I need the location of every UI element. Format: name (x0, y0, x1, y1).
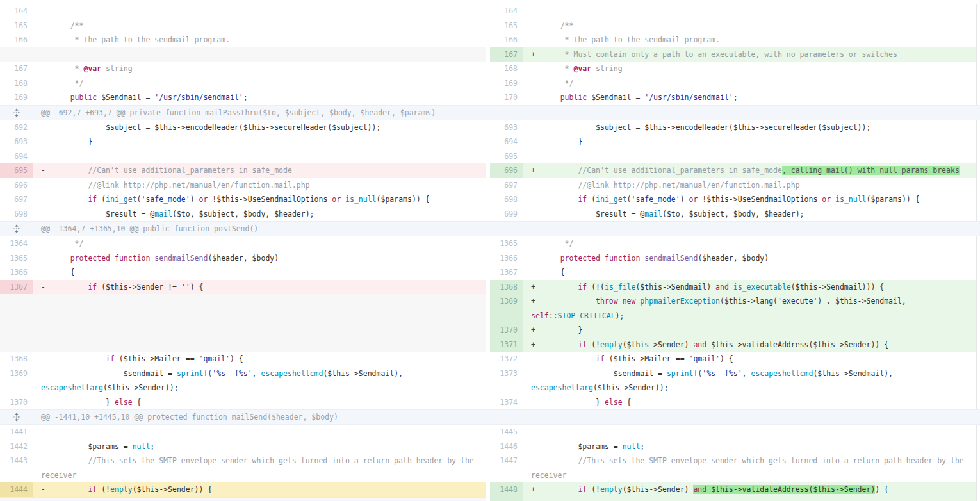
diff-line-old: 694 (0, 149, 486, 164)
line-number[interactable]: 695 (490, 149, 523, 164)
diff-marker: + (531, 482, 543, 497)
line-number[interactable]: 1370 (0, 395, 33, 410)
diff-line-old: 1366 { (0, 265, 486, 280)
code-token: $this->validateAddress($this->Sender)) { (706, 340, 888, 349)
code-token: $result = @ (53, 209, 154, 218)
line-number[interactable]: 1365 (0, 251, 33, 266)
diff-line-new: 169 */ (490, 76, 977, 91)
code-token: $Sendmail = (587, 93, 644, 102)
line-number[interactable]: 166 (0, 33, 33, 47)
line-number[interactable]: 1448 (490, 482, 523, 497)
code-token: //Can't use additional_parameters in saf… (53, 166, 292, 175)
line-number[interactable]: 1367 (490, 265, 523, 280)
line-number[interactable]: 164 (490, 4, 523, 19)
line-number[interactable]: 167 (490, 47, 523, 62)
diff-line-old: 696 //@link http://php.net/manual/en/fun… (0, 178, 486, 193)
code-token: empty (600, 485, 623, 494)
code-line (33, 338, 486, 352)
diff-line-new: 1448+ if (!empty($this->Sender) and $thi… (490, 482, 977, 497)
line-number[interactable]: 1442 (0, 439, 33, 454)
line-number[interactable]: 1368 (490, 280, 523, 295)
code-token (729, 283, 733, 292)
code-token: null (133, 442, 151, 451)
hunk-header: @@ -692,7 +693,7 @@ private function mai… (0, 105, 980, 120)
diff-line-new: 165 /** (490, 19, 977, 33)
code-line (33, 323, 486, 338)
diff-row-pair: 1443 //This sets the SMTP envelope sende… (0, 454, 980, 482)
code-token: */ (53, 239, 83, 248)
line-number (0, 323, 33, 338)
code-token: !$this->UseSendmailOptions (208, 195, 332, 204)
line-number[interactable]: 170 (490, 90, 523, 105)
line-number[interactable]: 1372 (490, 352, 523, 366)
line-number[interactable]: 1369 (490, 294, 523, 323)
line-number[interactable]: 1371 (490, 338, 523, 352)
line-number[interactable]: 698 (490, 192, 523, 207)
code-token: mail (644, 209, 662, 218)
line-number[interactable]: 1370 (490, 323, 523, 338)
line-number[interactable]: 1446 (490, 439, 523, 454)
diff-line-old (0, 47, 486, 62)
hunk-header: @@ -1364,7 +1365,10 @@ public function p… (0, 221, 980, 236)
diff-marker: + (531, 323, 543, 338)
code-token: empty (110, 485, 133, 494)
line-number[interactable]: 1366 (0, 265, 33, 280)
line-number[interactable]: 167 (0, 62, 33, 76)
line-number[interactable]: 699 (490, 207, 523, 222)
line-number[interactable]: 1364 (0, 236, 33, 251)
line-number[interactable]: 692 (0, 120, 33, 135)
line-number[interactable]: 1443 (0, 454, 33, 482)
line-number[interactable]: 693 (490, 120, 523, 135)
code-token: 'safe_mode' (632, 195, 680, 204)
line-number[interactable]: 1373 (490, 366, 523, 395)
code-line: * @var string (33, 62, 486, 76)
line-number[interactable]: 165 (0, 19, 33, 33)
line-number[interactable]: 1367 (0, 280, 33, 295)
diff-row-pair: 1364 */1365 */ (0, 236, 980, 251)
line-number[interactable]: 694 (0, 149, 33, 164)
code-token: sendmailSend (154, 254, 208, 263)
line-number[interactable]: 1444 (0, 482, 33, 497)
line-number[interactable]: 1365 (490, 236, 523, 251)
line-number[interactable]: 164 (0, 4, 33, 19)
unfold-icon[interactable] (0, 224, 33, 233)
line-number[interactable]: 168 (490, 62, 523, 76)
line-number[interactable]: 168 (0, 76, 33, 91)
code-token: 'safe_mode' (142, 195, 190, 204)
line-number[interactable]: 1366 (490, 251, 523, 266)
code-token: */ (53, 79, 83, 88)
line-number[interactable]: 697 (490, 178, 523, 193)
line-number[interactable]: 1447 (490, 454, 523, 482)
split-diff: 164164165 /**165 /**166 * The path to th… (0, 0, 980, 501)
diff-row-pair: 14411445 (0, 425, 980, 439)
code-token: ($params)) { (867, 195, 920, 204)
code-token: ) { (190, 283, 204, 292)
line-number[interactable]: 165 (490, 19, 523, 33)
line-number[interactable]: 695 (0, 163, 33, 178)
code-token: if (543, 283, 587, 292)
line-number[interactable]: 696 (0, 178, 33, 193)
line-number[interactable]: 693 (0, 135, 33, 149)
line-number[interactable]: 1374 (490, 395, 523, 410)
code-line (523, 149, 976, 164)
line-number[interactable]: 698 (0, 207, 33, 222)
line-number[interactable]: 694 (490, 135, 523, 149)
code-token: @var (83, 64, 101, 73)
line-number[interactable]: 166 (490, 33, 523, 47)
line-number[interactable]: 1445 (490, 425, 523, 439)
unfold-icon[interactable] (0, 108, 33, 117)
line-number[interactable]: 169 (490, 76, 523, 91)
diff-line-old: 169 public $Sendmail = '/usr/sbin/sendma… (0, 90, 486, 105)
line-number[interactable]: 1368 (0, 352, 33, 366)
code-line: + throw new phpmailerException($this->la… (523, 294, 976, 323)
line-number[interactable]: 169 (0, 90, 33, 105)
line-number[interactable]: 1441 (0, 425, 33, 439)
diff-row-pair: 1442 $params = null;1446 $params = null; (0, 439, 980, 454)
code-token: if (543, 195, 587, 204)
line-number[interactable]: 1369 (0, 366, 33, 395)
line-number[interactable]: 697 (0, 192, 33, 207)
diff-row-pair: 1371+ if (!empty($this->Sender) and $thi… (0, 338, 980, 352)
diff-row-pair: 166 * The path to the sendmail program.1… (0, 33, 980, 47)
line-number[interactable]: 696 (490, 163, 523, 178)
unfold-icon[interactable] (0, 413, 33, 422)
